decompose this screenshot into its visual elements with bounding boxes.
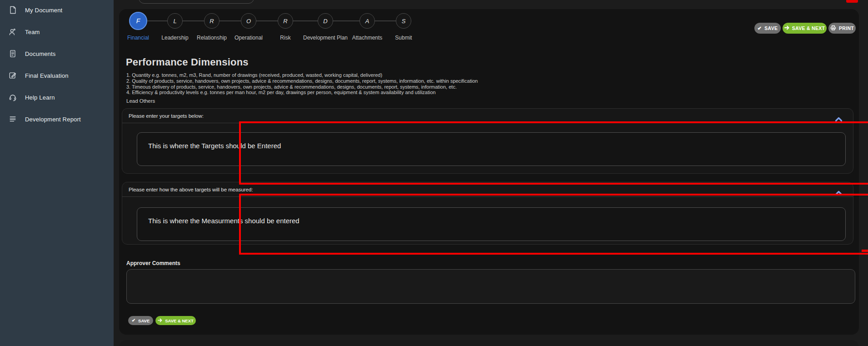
sidebar: My Document Team Documents Final Evaluat… [0, 0, 114, 346]
check-icon: ✔ [132, 318, 135, 323]
measurements-textarea[interactable]: This is where the Measurments should be … [137, 207, 846, 241]
save-and-next-button-bottom-label: SAVE & NEXT [165, 318, 194, 323]
description-line: 3. Timeous delivery of products, service… [126, 84, 478, 90]
measurements-panel-header-label: Please enter how the above targets will … [129, 187, 253, 192]
save-and-next-button[interactable]: SAVE & NEXT [783, 23, 827, 34]
save-and-next-button-label: SAVE & NEXT [792, 25, 825, 31]
help-headset-icon [8, 92, 18, 102]
step-label-submit: Submit [372, 35, 435, 41]
arrow-right-icon [784, 25, 789, 31]
description-line: 2. Quality of products, service, handove… [126, 78, 478, 84]
sidebar-item-label: Documents [25, 50, 56, 57]
sidebar-item-label: Final Evaluation [25, 72, 69, 79]
top-right-red-button[interactable] [846, 0, 858, 3]
sidebar-item-final-evaluation[interactable]: Final Evaluation [0, 68, 114, 83]
sidebar-item-my-document[interactable]: My Document [0, 3, 114, 17]
step-circle-attachments[interactable]: A [359, 13, 375, 29]
sidebar-item-documents[interactable]: Documents [0, 46, 114, 61]
performance-dimensions-description: 1. Quantity e.g. tonnes, m2, m3, Rand, n… [126, 72, 478, 95]
step-circle-risk[interactable]: R [278, 13, 293, 29]
approver-comments-textarea[interactable] [126, 269, 855, 304]
check-icon: ✔ [758, 26, 762, 31]
print-button[interactable]: PRINT [828, 23, 856, 34]
team-user-icon [8, 27, 18, 37]
sidebar-item-label: Development Report [25, 116, 81, 123]
approver-comments-label: Approver Comments [126, 260, 180, 266]
targets-panel-header: Please enter your targets below: [122, 109, 853, 123]
annotation-red-fragment [862, 250, 868, 252]
sidebar-item-label: My Document [25, 7, 62, 14]
save-and-next-button-bottom[interactable]: SAVE & NEXT [155, 316, 196, 325]
save-button-bottom-label: SAVE [138, 318, 150, 323]
chevron-up-icon[interactable] [835, 113, 843, 119]
final-evaluation-edit-icon [8, 70, 18, 80]
sidebar-item-team[interactable]: Team [0, 25, 114, 39]
sidebar-item-label: Help Learn [25, 94, 55, 101]
app-root: My Document Team Documents Final Evaluat… [0, 0, 868, 346]
sidebar-item-development-report[interactable]: Development Report [0, 112, 114, 126]
sidebar-item-label: Team [25, 29, 40, 35]
sidebar-item-help-learn[interactable]: Help Learn [0, 90, 114, 105]
report-list-icon [8, 114, 18, 124]
next-section-card-edge [119, 340, 859, 346]
printer-icon [830, 25, 836, 31]
chevron-up-icon[interactable] [835, 186, 843, 193]
step-circle-submit[interactable]: S [396, 13, 411, 29]
description-line: 4. Efficiency & productivity levels e.g.… [126, 90, 478, 95]
print-button-label: PRINT [839, 25, 854, 31]
measurements-panel: Please enter how the above targets will … [122, 182, 853, 245]
step-circle-operational[interactable]: O [241, 13, 256, 29]
save-button-label: SAVE [764, 25, 778, 31]
step-circle-relationship[interactable]: R [204, 13, 219, 29]
targets-textarea[interactable]: This is where the Targets should be Ente… [137, 132, 846, 166]
main-card: F L R O R D A S Financial Leadership Rel… [119, 9, 859, 335]
save-button-bottom[interactable]: ✔ SAVE [128, 316, 153, 325]
targets-panel: Please enter your targets below: This is… [122, 108, 853, 174]
step-circle-development-plan[interactable]: D [318, 13, 333, 29]
page-title: Performance Dimensions [126, 56, 249, 68]
step-circle-leadership[interactable]: L [167, 13, 183, 29]
targets-panel-header-label: Please enter your targets below: [129, 113, 204, 119]
measurements-panel-header: Please enter how the above targets will … [122, 182, 853, 197]
step-circle-financial[interactable]: F [129, 12, 147, 30]
collapsed-top-bar [139, 0, 254, 4]
arrow-right-icon [158, 318, 162, 323]
lead-others-label: Lead Others [126, 98, 155, 104]
description-line: 1. Quantity e.g. tonnes, m2, m3, Rand, n… [126, 72, 478, 78]
document-file-icon [8, 5, 18, 15]
save-button[interactable]: ✔ SAVE [754, 23, 781, 34]
documents-icon [8, 49, 18, 59]
